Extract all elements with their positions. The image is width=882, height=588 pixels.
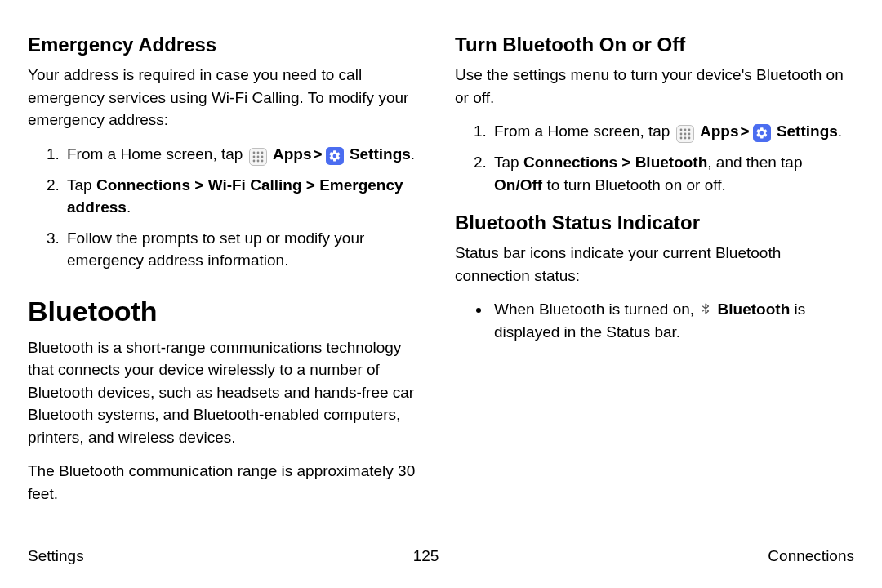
emergency-intro: Your address is required in case you nee… [28,64,427,131]
step-text: to turn Bluetooth on or off. [542,176,726,194]
svg-point-7 [256,159,259,162]
settings-icon [326,147,344,165]
svg-point-9 [679,129,682,131]
bluetooth-para-1: Bluetooth is a short-range communication… [28,336,427,449]
chevron-icon: > [740,122,749,140]
two-column-layout: Emergency Address Your address is requir… [28,31,854,516]
chevron-icon: > [313,145,322,163]
turn-bt-intro: Use the settings menu to turn your devic… [455,64,854,109]
step-text: Tap [67,176,96,194]
bt-status-bullet: When Bluetooth is turned on, Bluetooth i… [491,298,854,343]
svg-point-17 [688,137,690,140]
page-footer: Settings 125 Connections [28,547,854,565]
turn-bt-steps: From a Home screen, tap Apps> Settings. … [455,120,854,196]
svg-point-3 [252,155,255,158]
step-bold-2: On/Off [494,176,542,194]
svg-point-12 [679,133,682,136]
svg-point-16 [684,137,686,140]
svg-point-5 [261,155,263,158]
bluetooth-para-2: The Bluetooth communication range is app… [28,460,427,505]
apps-label: Apps [700,122,739,140]
turn-bt-heading: Turn Bluetooth On or Off [455,33,854,57]
bt-status-intro: Status bar icons indicate your current B… [455,242,854,287]
emergency-steps: From a Home screen, tap Apps> Settings. … [28,143,427,272]
step-bold: Connections > Wi-Fi Calling > Emergency … [67,176,403,216]
svg-point-14 [688,133,690,136]
svg-point-10 [684,129,686,131]
footer-right: Connections [768,547,854,565]
settings-label: Settings [350,145,411,163]
turn-bt-step-1: From a Home screen, tap Apps> Settings. [491,120,854,143]
svg-point-2 [261,151,263,154]
svg-point-4 [256,155,259,158]
step-text: , and then tap [707,154,802,171]
step-text: From a Home screen, tap [67,145,247,163]
emergency-step-3: Follow the prompts to set up or modify y… [64,227,427,272]
svg-point-11 [688,129,690,131]
svg-point-8 [261,159,263,162]
apps-label: Apps [273,145,312,163]
svg-point-15 [679,137,682,140]
bluetooth-icon [698,301,713,316]
footer-left: Settings [28,547,84,565]
svg-point-6 [252,159,255,162]
step-bold-1: Connections > Bluetooth [523,154,707,171]
emergency-step-2: Tap Connections > Wi-Fi Calling > Emerge… [64,174,427,219]
step-suffix: . [127,198,131,216]
footer-page-number: 125 [413,547,439,565]
bt-status-heading: Bluetooth Status Indicator [455,211,854,235]
apps-icon [249,148,267,166]
step-text: Tap [494,154,523,171]
svg-point-0 [252,151,255,154]
svg-point-13 [684,133,686,136]
bullet-prefix: When Bluetooth is turned on, [494,301,698,318]
settings-label: Settings [777,122,838,140]
apps-icon [676,125,694,143]
bt-status-list: When Bluetooth is turned on, Bluetooth i… [455,298,854,343]
emergency-step-1: From a Home screen, tap Apps> Settings. [64,143,427,166]
bluetooth-heading: Bluetooth [28,295,427,328]
emergency-heading: Emergency Address [28,33,427,57]
turn-bt-step-2: Tap Connections > Bluetooth, and then ta… [491,151,854,196]
left-column: Emergency Address Your address is requir… [28,31,427,516]
settings-icon [753,124,771,142]
right-column: Turn Bluetooth On or Off Use the setting… [455,31,854,516]
bullet-bold: Bluetooth [718,301,791,318]
svg-point-1 [256,151,259,154]
step-text: From a Home screen, tap [494,122,675,140]
